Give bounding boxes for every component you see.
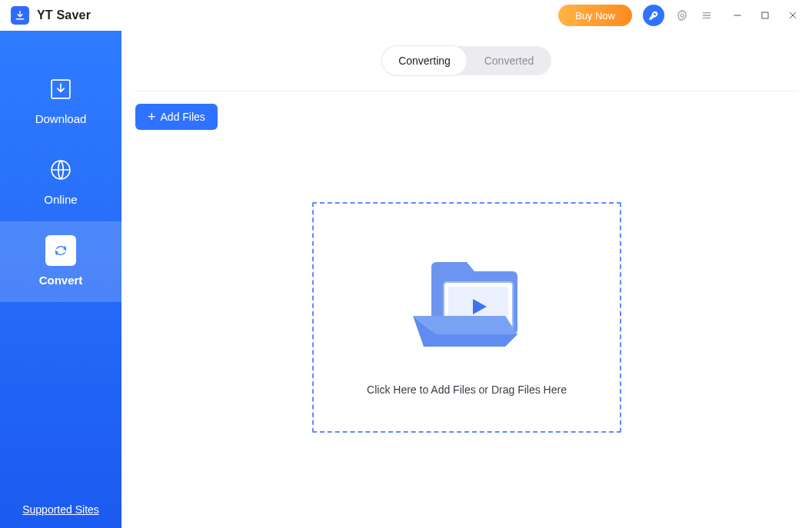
maximize-icon	[759, 9, 771, 22]
tab-row: Converting Converted	[135, 46, 798, 91]
minimize-icon	[731, 9, 744, 22]
key-icon	[647, 9, 660, 22]
download-icon	[45, 74, 76, 105]
app-title: YT Saver	[37, 8, 91, 22]
dropzone[interactable]: Click Here to Add Files or Drag Files He…	[312, 202, 621, 433]
gear-icon	[676, 9, 688, 22]
app-logo-icon	[11, 6, 29, 25]
buy-now-button[interactable]: Buy Now	[558, 5, 632, 26]
sidebar: Download Online Convert Supported Sites	[0, 31, 121, 528]
dropzone-text: Click Here to Add Files or Drag Files He…	[367, 384, 567, 396]
sidebar-item-label: Convert	[39, 274, 83, 287]
maximize-button[interactable]	[754, 4, 777, 27]
titlebar: YT Saver Buy Now	[0, 0, 812, 31]
tab-converting[interactable]: Converting	[382, 46, 467, 75]
convert-icon	[45, 235, 76, 266]
minimize-button[interactable]	[726, 4, 749, 27]
menu-button[interactable]	[697, 5, 717, 25]
main-area: Converting Converted + Add Files	[121, 31, 812, 528]
close-button[interactable]	[781, 4, 804, 27]
supported-sites-link[interactable]: Supported Sites	[0, 503, 121, 528]
folder-video-icon	[390, 239, 544, 362]
tab-converted[interactable]: Converted	[467, 46, 551, 75]
hamburger-icon	[701, 9, 713, 22]
sidebar-item-label: Online	[44, 193, 77, 206]
add-files-label: Add Files	[161, 111, 205, 123]
sidebar-item-download[interactable]: Download	[0, 60, 121, 141]
sidebar-item-label: Download	[35, 112, 87, 125]
add-files-button[interactable]: + Add Files	[135, 104, 218, 130]
sidebar-item-online[interactable]: Online	[0, 141, 121, 221]
svg-point-1	[681, 14, 684, 17]
globe-icon	[45, 154, 76, 185]
close-icon	[787, 9, 799, 22]
sidebar-item-convert[interactable]: Convert	[0, 221, 121, 302]
tab-segmented-control: Converting Converted	[382, 46, 551, 75]
settings-button[interactable]	[672, 5, 692, 25]
svg-rect-6	[762, 12, 768, 18]
register-key-button[interactable]	[643, 5, 664, 26]
